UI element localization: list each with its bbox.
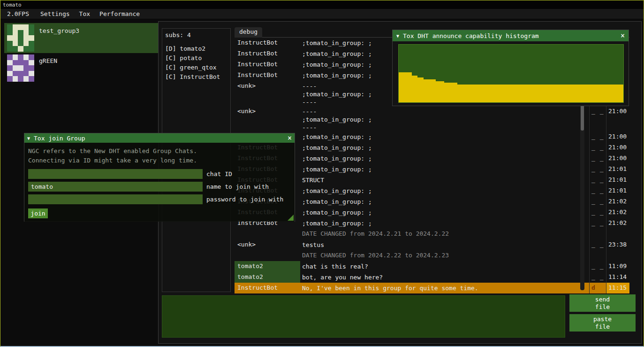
message-row[interactable]: InstructBotNo, I've been in this group f… [235,283,629,293]
collapse-arrow-icon[interactable]: ▼ [27,136,30,141]
avatar-pixel [13,54,18,60]
member-item[interactable]: [C] potato [165,54,227,63]
avatar-pixel [23,41,29,46]
avatar-pixel [7,65,13,71]
delivery-status: _ _ [589,207,606,218]
message-time: 11:09 [606,261,629,272]
avatar-pixel [7,46,13,52]
paste-file-button[interactable]: paste file [569,314,636,332]
message-text: ;tomato_in_group: ; [300,142,589,153]
message-row[interactable]: tomato2chat is this real?_ _11:09 [235,261,629,272]
contact-item-gREEN[interactable]: gREEN [4,53,158,83]
join-name-input[interactable] [28,182,203,192]
avatar-pixel [23,35,29,41]
message-text: No, I've been in this group for quite so… [300,283,589,293]
avatar-pixel [7,24,13,30]
contact-avatar [7,24,34,52]
tab-debug[interactable]: debug [235,27,262,38]
message-text: ;tomato_in_group: ; [300,153,589,164]
join-window-titlebar[interactable]: ▼ Tox join Group × [24,133,295,143]
message-time: 11:15 [606,283,629,293]
sender-name [235,250,300,261]
sender-name: InstructBot [235,283,300,293]
avatar-pixel [7,41,13,46]
avatar-pixel [23,54,29,60]
histogram-window-titlebar[interactable]: ▼ Tox DHT announce capability histogram … [393,30,629,41]
sender-name: <unk> [235,239,300,250]
delivery-status: _ _ [589,239,606,250]
window-title: tomato [3,2,22,8]
avatar-pixel [23,24,29,30]
contact-avatar [7,54,34,82]
chat-id-label: chat ID [206,170,232,177]
ngc-info-line-1: NGC refers to the New DHT enabled Group … [28,147,291,156]
message-time: 11:14 [606,272,629,283]
close-icon[interactable]: × [288,134,292,142]
avatar-pixel [23,71,29,77]
contact-name: test_group3 [39,27,79,34]
message-row[interactable]: <unk>testus_ _23:38 [235,239,629,250]
collapse-arrow-icon[interactable]: ▼ [396,33,399,39]
join-password-label: password to join with [206,196,283,203]
menu-settings[interactable]: Settings [36,10,75,17]
message-text: ;tomato_in_group: ; [300,207,589,218]
message-text: chat is this real? [300,261,589,272]
sender-name [235,229,300,239]
delivery-status: d [589,283,606,293]
message-time: 23:38 [606,239,629,250]
message-input[interactable] [162,295,565,338]
member-item[interactable]: [D] tomato2 [165,44,227,54]
message-time [606,250,629,261]
histogram-window-title: Tox DHT announce capability histogram [403,32,539,39]
sender-name: InstructBot [235,38,300,48]
avatar-pixel [29,35,34,41]
join-password-input[interactable] [28,194,203,204]
message-text: ;tomato_in_group: ; [300,131,589,142]
member-item[interactable]: [C] green_qtox [165,63,227,72]
close-icon[interactable]: × [621,31,625,40]
delivery-status: _ _ [589,153,606,164]
menu-tox[interactable]: Tox [75,10,95,17]
contact-item-test_group3[interactable]: test_group3 [4,23,158,53]
member-item[interactable]: [C] InstructBot [165,72,227,82]
join-button[interactable]: join [28,208,48,218]
menu-performance[interactable]: Performance [95,10,144,17]
delivery-status: _ _ [589,272,606,283]
message-row[interactable]: tomato2bot, are you new here?_ _11:14 [235,272,629,283]
avatar-pixel [18,41,23,46]
avatar-pixel [13,35,18,41]
contact-name: gREEN [39,57,57,64]
avatar-pixel [23,65,29,71]
date-changed-row[interactable]: DATE CHANGED from 2024.2.22 to 2024.2.23 [235,250,629,261]
message-time: 21:02 [606,207,629,218]
message-text: DATE CHANGED from 2024.2.21 to 2024.2.22 [300,229,589,239]
avatar-pixel [29,60,34,66]
avatar-pixel [18,46,23,52]
histogram-bar [436,81,444,103]
delivery-status: _ _ [589,218,606,229]
avatar-pixel [18,76,23,82]
member-list: [D] tomato2[C] potato[C] green_qtox[C] I… [165,44,227,82]
message-time: 21:01 [606,185,629,196]
chat-id-input[interactable] [28,169,203,179]
avatar-pixel [7,60,13,66]
message-time: 21:00 [606,153,629,164]
message-time: 21:01 [606,175,629,185]
avatar-pixel [29,65,34,71]
histogram-bar [399,72,412,102]
resize-grip[interactable] [288,215,294,221]
delivery-status [589,250,606,261]
send-file-button[interactable]: send file [569,294,636,312]
menu-bar: 2.0FPS Settings Tox Performance [0,9,644,19]
avatar-pixel [29,76,34,82]
date-changed-row[interactable]: DATE CHANGED from 2024.2.21 to 2024.2.22 [235,229,629,239]
avatar-pixel [29,24,34,30]
message-text: ;tomato_in_group: ; [300,164,589,175]
delivery-status: _ _ [589,196,606,207]
message-row[interactable]: <unk>----;tomato_in_group: ;----_ _21:00 [235,106,629,131]
delivery-status: _ _ [589,142,606,153]
avatar-pixel [23,30,29,36]
avatar-pixel [13,71,18,77]
message-time: 21:01 [606,164,629,175]
avatar-pixel [13,65,18,71]
